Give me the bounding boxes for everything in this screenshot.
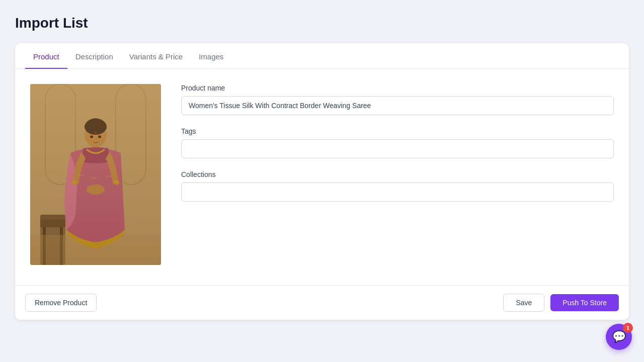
card-footer: Remove Product Save Push To Store [15, 285, 629, 320]
collections-input[interactable] [181, 183, 614, 202]
tab-product[interactable]: Product [25, 43, 67, 69]
svg-rect-3 [40, 220, 65, 265]
product-image-svg [30, 84, 161, 265]
svg-point-16 [95, 132, 97, 134]
svg-point-11 [72, 180, 77, 185]
svg-point-8 [85, 121, 107, 147]
product-name-label: Product name [181, 84, 614, 92]
import-list-card: Product Description Variants & Price Ima… [15, 43, 629, 320]
product-form: Product name Tags Collections [181, 84, 614, 265]
svg-rect-1 [45, 84, 75, 185]
product-name-input[interactable] [181, 96, 614, 115]
card-body: Product name Tags Collections [15, 69, 629, 285]
svg-point-14 [90, 136, 93, 138]
tags-input[interactable] [181, 139, 614, 158]
tab-images[interactable]: Images [191, 43, 231, 69]
svg-point-13 [87, 185, 105, 195]
chat-widget[interactable]: 1 💬 [606, 324, 632, 350]
svg-rect-10 [92, 145, 99, 153]
product-image [30, 84, 161, 265]
tab-description[interactable]: Description [67, 43, 121, 69]
tab-bar: Product Description Variants & Price Ima… [15, 43, 629, 69]
footer-actions: Save Push To Store [503, 294, 619, 312]
svg-rect-7 [30, 235, 161, 265]
remove-product-button[interactable]: Remove Product [25, 294, 97, 312]
svg-rect-6 [60, 227, 63, 265]
chat-badge: 1 [623, 323, 633, 333]
collections-group: Collections [181, 170, 614, 202]
svg-point-9 [85, 119, 107, 135]
svg-rect-4 [40, 215, 65, 227]
product-image-wrapper [30, 84, 161, 265]
svg-rect-2 [116, 84, 146, 185]
svg-point-12 [114, 180, 119, 185]
tags-group: Tags [181, 127, 614, 158]
save-button[interactable]: Save [503, 294, 544, 312]
push-to-store-button[interactable]: Push To Store [550, 294, 619, 311]
product-name-group: Product name [181, 84, 614, 115]
svg-rect-5 [43, 227, 46, 265]
tab-variants-price[interactable]: Variants & Price [121, 43, 191, 69]
page-title: Import List [15, 15, 629, 31]
svg-rect-0 [30, 84, 161, 265]
tags-label: Tags [181, 127, 614, 135]
collections-label: Collections [181, 170, 614, 178]
svg-point-15 [98, 136, 101, 138]
chat-icon: 💬 [612, 330, 626, 343]
